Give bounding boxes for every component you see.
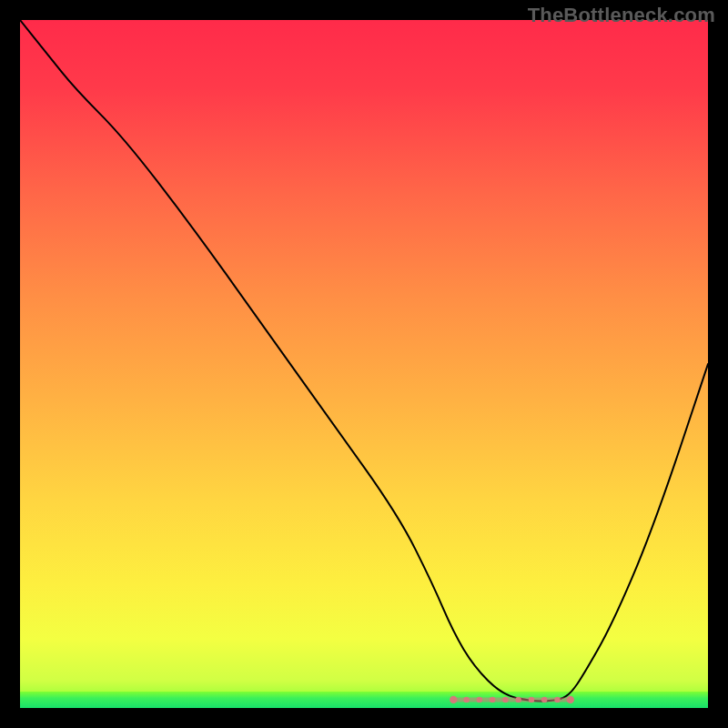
chart-container: TheBottleneck.com [0,0,728,728]
optimal-band-dot [529,697,534,703]
watermark-text: TheBottleneck.com [528,4,715,27]
optimal-band-dot [477,697,482,703]
optimal-band-dot [490,697,495,703]
curve-layer [20,20,708,708]
optimal-band-dot [516,697,521,703]
optimal-band-dot [567,696,574,703]
optimal-band-dot [450,696,457,703]
optimal-band-dot [463,697,469,703]
plot-area [20,20,708,708]
bottleneck-curve [20,20,708,701]
optimal-band-dot [541,697,547,703]
optimal-band-dot [502,697,508,703]
optimal-band-dot [554,697,560,703]
